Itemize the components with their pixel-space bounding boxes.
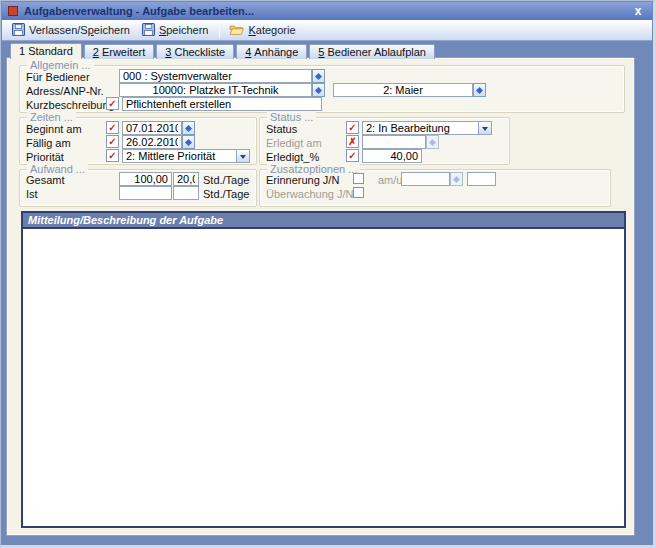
dropdown-arrow-icon[interactable] bbox=[478, 122, 491, 134]
kurzbeschreibung-input[interactable] bbox=[122, 97, 322, 111]
erinnerung-datum-spinner-button bbox=[450, 172, 463, 186]
window-title: Aufgabenverwaltung - Aufgabe bearbeiten.… bbox=[24, 5, 254, 17]
fuer-bediener-combo[interactable]: 000 : Systemverwalter bbox=[119, 69, 312, 83]
ist-stunden-input[interactable] bbox=[119, 186, 172, 200]
erledigt-am-label: Erledigt am bbox=[266, 137, 322, 150]
prioritaet-dropdown[interactable]: 2: Mittlere Priorität bbox=[122, 149, 250, 163]
spinner-diamond-icon bbox=[315, 72, 322, 79]
erledigt-prozent-check-button[interactable]: ✓ bbox=[346, 149, 359, 162]
status-dropdown[interactable]: 2: In Bearbeitung bbox=[362, 121, 492, 135]
verlassen-speichern-label: Verlassen/Speichern bbox=[29, 24, 130, 36]
spinner-diamond-icon bbox=[315, 86, 322, 93]
beginnt-am-date-input[interactable] bbox=[122, 121, 182, 135]
titlebar: Aufgabenverwaltung - Aufgabe bearbeiten.… bbox=[2, 2, 652, 20]
folder-open-icon bbox=[229, 24, 244, 36]
beginnt-am-label: Beginnt am bbox=[26, 123, 82, 136]
ist-label: Ist bbox=[26, 188, 38, 201]
erledigt-prozent-input[interactable] bbox=[362, 149, 422, 163]
tabpage-standard: Allgemein ... Für Bediener 000 : Systemv… bbox=[7, 58, 634, 535]
status-label: Status bbox=[266, 123, 297, 136]
app-window: Aufgabenverwaltung - Aufgabe bearbeiten.… bbox=[0, 0, 656, 548]
fuer-bediener-label: Für Bediener bbox=[26, 71, 90, 84]
gesamt-label: Gesamt bbox=[26, 174, 65, 187]
group-status: Status ... Status ✓ 2: In Bearbeitung Er… bbox=[259, 117, 510, 165]
tabstrip: 1Standard 2Erweitert 3Checkliste 4Anhäng… bbox=[10, 43, 437, 59]
group-status-title: Status ... bbox=[267, 111, 316, 123]
save-icon bbox=[12, 23, 25, 36]
tab-erweitert[interactable]: 2Erweitert bbox=[84, 44, 155, 59]
ist-unit-label: Std./Tage bbox=[203, 188, 249, 201]
status-check-button[interactable]: ✓ bbox=[346, 121, 359, 134]
tab-bediener-ablaufplan[interactable]: 5Bediener Ablaufplan bbox=[309, 44, 435, 59]
erinnerung-datum-input[interactable] bbox=[401, 172, 450, 186]
faellig-am-spinner-button[interactable] bbox=[182, 135, 195, 149]
gesamt-tage-input[interactable] bbox=[173, 172, 199, 186]
beginnt-am-check-button[interactable]: ✓ bbox=[106, 121, 119, 134]
group-zeiten-title: Zeiten ... bbox=[27, 111, 76, 123]
save-icon bbox=[142, 23, 155, 36]
erledigt-am-date-input[interactable] bbox=[362, 135, 426, 149]
adress-anp-label: Adress/ANP-Nr. bbox=[26, 85, 104, 98]
ist-tage-input[interactable] bbox=[173, 186, 199, 200]
faellig-am-check-button[interactable]: ✓ bbox=[106, 135, 119, 148]
toolbar-separator bbox=[219, 23, 220, 38]
beginnt-am-spinner-button[interactable] bbox=[182, 121, 195, 135]
erinnerung-label: Erinnerung J/N bbox=[266, 174, 339, 187]
faellig-am-label: Fällig am bbox=[26, 137, 71, 150]
kategorie-label: Kategorie bbox=[248, 24, 295, 36]
erledigt-am-spinner-button bbox=[426, 135, 439, 149]
group-allgemein-title: Allgemein ... bbox=[27, 59, 94, 71]
prioritaet-check-button[interactable]: ✓ bbox=[106, 149, 119, 162]
fuer-bediener-spinner-button[interactable] bbox=[312, 69, 325, 83]
spinner-diamond-icon bbox=[185, 138, 192, 145]
gesamt-stunden-input[interactable] bbox=[119, 172, 172, 186]
toolbar: Verlassen/Speichern Speichern Kategorie bbox=[2, 20, 652, 41]
spinner-diamond-icon bbox=[476, 86, 483, 93]
gesamt-unit-label: Std./Tage bbox=[203, 174, 249, 187]
group-allgemein: Allgemein ... Für Bediener 000 : Systemv… bbox=[19, 65, 625, 113]
app-icon bbox=[8, 6, 18, 16]
close-button[interactable]: x bbox=[630, 5, 646, 17]
speichern-button[interactable]: Speichern bbox=[137, 21, 216, 39]
kategorie-button[interactable]: Kategorie bbox=[224, 22, 302, 39]
speichern-label: Speichern bbox=[159, 24, 209, 36]
spinner-diamond-icon bbox=[453, 175, 460, 182]
ueberwachung-checkbox[interactable] bbox=[353, 187, 364, 198]
erinnerung-checkbox[interactable] bbox=[353, 173, 364, 184]
group-zeiten: Zeiten ... Beginnt am ✓ Fällig am ✓ Prio… bbox=[19, 117, 257, 165]
adress-anp-combo[interactable]: 10000: Platzke IT-Technik bbox=[119, 83, 312, 97]
faellig-am-date-input[interactable] bbox=[122, 135, 182, 149]
adress-anp-spinner-button[interactable] bbox=[312, 83, 325, 97]
group-zusatzoptionen: Zusatzoptionen ... Erinnerung J/N am/um … bbox=[259, 169, 611, 207]
tab-anhaenge[interactable]: 4Anhänge bbox=[236, 44, 307, 59]
ueberwachung-label: Überwachung J/N bbox=[266, 188, 353, 201]
mitteilung-textarea[interactable] bbox=[23, 231, 624, 526]
ansprechpartner-combo[interactable]: 2: Maier bbox=[333, 83, 473, 97]
spinner-diamond-icon bbox=[185, 124, 192, 131]
tab-checkliste[interactable]: 3Checkliste bbox=[156, 44, 234, 59]
kurzbeschreibung-check-button[interactable]: ✓ bbox=[106, 97, 119, 110]
erledigt-am-x-button[interactable]: ✗ bbox=[346, 135, 359, 148]
tab-standard[interactable]: 1Standard bbox=[10, 43, 82, 59]
dropdown-arrow-icon[interactable] bbox=[236, 150, 249, 162]
verlassen-speichern-button[interactable]: Verlassen/Speichern bbox=[7, 21, 137, 39]
mitteilung-header: Mitteilung/Beschreibung der Aufgabe bbox=[23, 213, 624, 229]
ansprechpartner-spinner-button[interactable] bbox=[473, 83, 486, 97]
erinnerung-zeit-input[interactable] bbox=[467, 172, 496, 186]
spinner-diamond-icon bbox=[429, 138, 436, 145]
mitteilung-panel: Mitteilung/Beschreibung der Aufgabe bbox=[21, 211, 626, 528]
group-aufwand: Aufwand ... Gesamt Std./Tage Ist Std./Ta… bbox=[19, 169, 257, 207]
